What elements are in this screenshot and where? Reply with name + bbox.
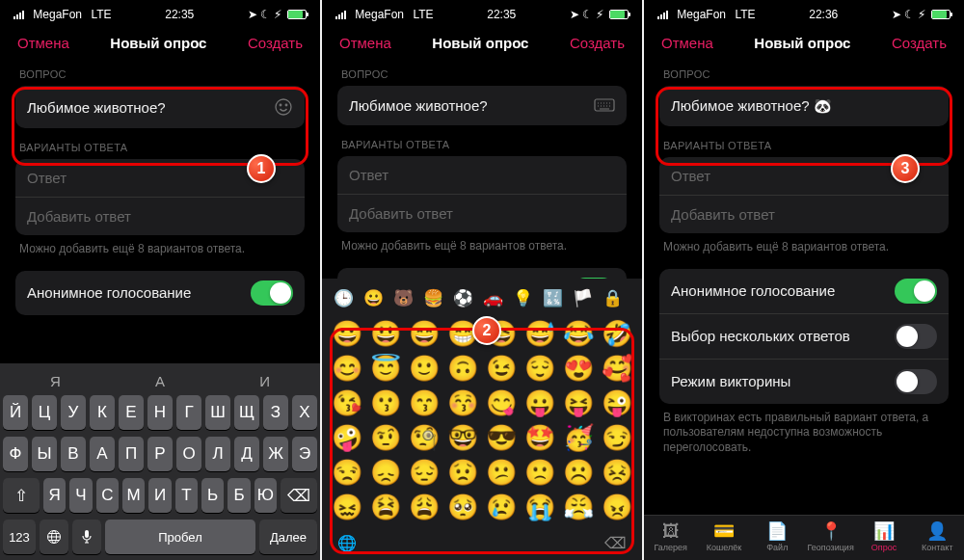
key[interactable]: О <box>176 437 201 471</box>
key[interactable]: П <box>119 437 144 471</box>
emoji[interactable]: 😟 <box>445 457 480 488</box>
emoji[interactable]: 😕 <box>484 457 519 488</box>
add-answer-button[interactable]: Добавить ответ <box>15 198 305 235</box>
emoji[interactable]: 😠 <box>600 492 634 522</box>
quiz-toggle[interactable] <box>895 369 937 394</box>
emoji-icon[interactable] <box>274 97 293 117</box>
emoji[interactable]: 😇 <box>368 353 403 384</box>
key[interactable]: У <box>61 395 86 430</box>
multi-toggle[interactable] <box>895 324 937 349</box>
emoji[interactable]: 🙂 <box>407 353 442 384</box>
question-input[interactable]: Любимое животное? <box>15 86 305 128</box>
key[interactable]: Е <box>119 395 144 430</box>
emoji[interactable]: 😢 <box>484 492 519 522</box>
emoji[interactable]: 😛 <box>522 387 557 418</box>
backspace-key[interactable]: ⌫ <box>281 478 317 513</box>
answer-input[interactable]: Ответ <box>337 156 627 195</box>
emoji[interactable]: 😫 <box>368 492 403 522</box>
emoji[interactable]: 😍 <box>561 353 596 384</box>
emoji[interactable]: 😃 <box>368 318 403 349</box>
key[interactable]: Н <box>147 395 173 430</box>
anon-toggle[interactable] <box>251 280 293 306</box>
emoji-grid[interactable]: 😀😃😄😁😆😅😂🤣😊😇🙂🙃😉😌😍🥰😘😗😙😚😋😛😝😜🤪🤨🧐🤓😎🤩🥳😏😒😞😔😟😕🙁☹️… <box>330 316 634 524</box>
emoji[interactable]: 😞 <box>368 457 403 488</box>
emoji[interactable]: 🙁 <box>522 457 557 488</box>
key[interactable]: Г <box>176 395 201 430</box>
key[interactable]: Э <box>292 437 317 471</box>
cancel-button[interactable]: Отмена <box>339 35 391 51</box>
tab-geo[interactable]: 📍Геопозиция <box>804 521 857 552</box>
key[interactable]: Ы <box>32 437 57 471</box>
add-answer-button[interactable]: Добавить ответ <box>337 195 627 232</box>
emoji[interactable]: 😭 <box>522 492 557 522</box>
question-input[interactable]: Любимое животное? <box>337 86 627 125</box>
cancel-button[interactable]: Отмена <box>17 35 69 51</box>
key[interactable]: Ж <box>263 437 288 471</box>
emoji[interactable]: 🤩 <box>522 422 557 453</box>
emoji[interactable]: 😔 <box>407 457 442 488</box>
emoji[interactable]: 😘 <box>330 387 364 418</box>
emoji[interactable]: 😝 <box>561 387 596 418</box>
emoji[interactable]: 😖 <box>330 492 364 522</box>
emoji[interactable]: 😤 <box>561 492 596 522</box>
emoji[interactable]: 🥺 <box>445 492 480 522</box>
key[interactable]: Л <box>205 437 230 471</box>
key[interactable]: К <box>90 395 115 430</box>
emoji[interactable]: 🙃 <box>445 353 480 384</box>
emoji[interactable]: 😀 <box>330 318 364 349</box>
shift-key[interactable]: ⇧ <box>3 478 40 513</box>
key[interactable]: Р <box>147 437 173 471</box>
key[interactable]: Щ <box>234 395 259 430</box>
emoji[interactable]: 🤣 <box>600 318 634 349</box>
tab-contact[interactable]: 👤Контакт <box>911 521 964 552</box>
anon-toggle[interactable] <box>895 279 937 304</box>
emoji-categories[interactable]: 🕒😀🐻🍔⚽🚗💡🔣🏳️🔒 <box>330 284 634 316</box>
emoji[interactable]: 😋 <box>484 387 519 418</box>
key[interactable]: М <box>122 478 145 513</box>
key[interactable]: Ь <box>201 478 224 513</box>
keyboard-icon[interactable] <box>594 98 615 114</box>
emoji[interactable]: 😜 <box>600 387 634 418</box>
key[interactable]: Ш <box>205 395 230 430</box>
mic-key[interactable] <box>72 520 101 554</box>
tab-file[interactable]: 📄Файл <box>751 521 804 552</box>
emoji[interactable]: 🤓 <box>445 422 480 453</box>
space-key[interactable]: Пробел <box>105 520 255 554</box>
emoji[interactable]: 😒 <box>330 457 364 488</box>
key[interactable]: Т <box>175 478 198 513</box>
emoji[interactable]: 😩 <box>407 492 442 522</box>
key[interactable]: А <box>90 437 115 471</box>
emoji[interactable]: 😌 <box>522 353 557 384</box>
key[interactable]: Ц <box>32 395 57 430</box>
key[interactable]: Х <box>292 395 317 430</box>
key[interactable]: Д <box>234 437 259 471</box>
cancel-button[interactable]: Отмена <box>661 35 713 51</box>
emoji[interactable]: 🤨 <box>368 422 403 453</box>
emoji[interactable]: 😗 <box>368 387 403 418</box>
emoji[interactable]: 😣 <box>600 457 634 488</box>
emoji[interactable]: 😄 <box>407 318 442 349</box>
emoji[interactable]: 😚 <box>445 387 480 418</box>
emoji[interactable]: 😙 <box>407 387 442 418</box>
emoji[interactable]: 🤪 <box>330 422 364 453</box>
keyboard-suggestions[interactable]: ЯАИ <box>3 367 317 395</box>
question-input[interactable]: Любимое животное? 🐼 <box>659 86 949 126</box>
emoji[interactable]: ☹️ <box>561 457 596 488</box>
key[interactable]: З <box>263 395 288 430</box>
key[interactable]: Ю <box>254 478 277 513</box>
emoji[interactable]: 😉 <box>484 353 519 384</box>
globe-key[interactable] <box>40 520 68 554</box>
key[interactable]: Ч <box>69 478 92 513</box>
emoji[interactable]: 😂 <box>561 318 596 349</box>
emoji[interactable]: 🥳 <box>561 422 596 453</box>
emoji[interactable]: 🧐 <box>407 422 442 453</box>
key[interactable]: Б <box>228 478 250 513</box>
tab-gallery[interactable]: 🖼Галерея <box>644 521 697 552</box>
key[interactable]: Й <box>3 395 28 430</box>
emoji[interactable]: 😎 <box>484 422 519 453</box>
key[interactable]: И <box>148 478 171 513</box>
next-key[interactable]: Далее <box>259 520 317 554</box>
key[interactable]: В <box>61 437 86 471</box>
tab-wallet[interactable]: 💳Кошелёк <box>697 521 750 552</box>
tab-poll[interactable]: 📊Опрос <box>857 521 910 552</box>
